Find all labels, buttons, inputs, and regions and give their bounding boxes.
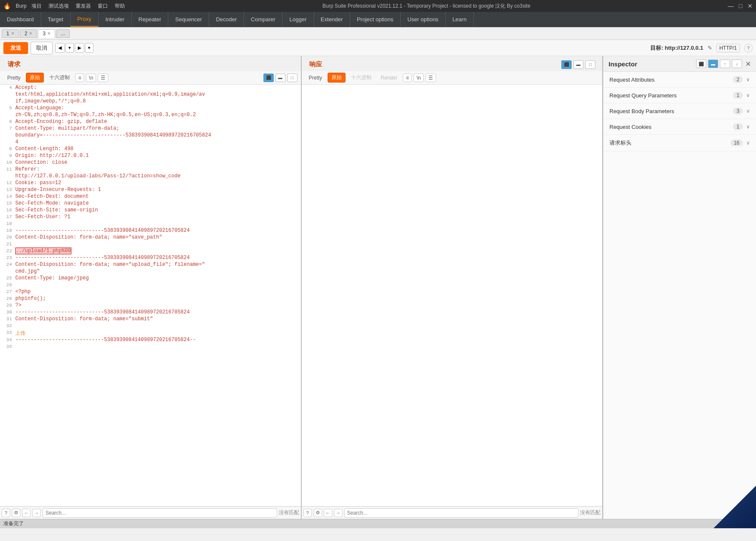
resp-icon-menu[interactable]: ☰ [425, 74, 436, 82]
resp-settings-icon[interactable]: ⚙ [314, 509, 322, 517]
code-line-23: 23 -----------------------------53839390… [0, 255, 301, 262]
code-line-4c: if,image/webp,*/*;q=0.8 [0, 98, 301, 105]
code-line-4: 4 Accept: [0, 85, 301, 91]
req-tab-hex[interactable]: 十六进制 [45, 73, 74, 83]
menu-help[interactable]: 帮助 [115, 3, 125, 10]
resp-icon-filter[interactable]: ≡ [403, 74, 412, 82]
response-code-area[interactable] [302, 85, 603, 506]
req-icon-newline[interactable]: \n [86, 74, 96, 82]
edit-target-icon[interactable]: ✎ [708, 45, 712, 51]
resp-bottom-section: ? ⚙ ← → 没有匹配 [302, 508, 603, 518]
menu-project[interactable]: 项目 [31, 3, 42, 10]
sub-tab-3[interactable]: 3 ✕ [38, 29, 55, 38]
inspector-count-cookies: 1 [733, 123, 743, 130]
close-tab-2[interactable]: ✕ [29, 31, 32, 36]
response-view-btns-top: ⬛ ▬ □ [561, 60, 595, 69]
inspector-sort-desc[interactable]: ↓ [732, 60, 742, 68]
resp-back-icon[interactable]: ← [324, 509, 332, 517]
nav-tab-decoder[interactable]: Decoder [209, 12, 244, 27]
code-line-4b: text/html,application/xhtml+xml,applicat… [0, 91, 301, 98]
sub-tab-2[interactable]: 2 ✕ [20, 29, 37, 38]
req-fwd-icon[interactable]: → [32, 509, 41, 517]
req-view-single[interactable]: ▬ [275, 74, 286, 82]
inspector-header: Inspector ⬛ ▬ ↑ ↓ ✕ [603, 56, 756, 72]
inspector-row-headers[interactable]: 请求标头 16 ∨ [603, 135, 756, 151]
nav-tab-learn[interactable]: Learn [446, 12, 474, 27]
req-back-icon[interactable]: ← [22, 509, 31, 517]
resp-view-split[interactable]: ⬛ [561, 60, 572, 69]
code-line-24: 24 Content-Disposition: form-data; name=… [0, 262, 301, 268]
req-view-split[interactable]: ⬛ [263, 74, 274, 82]
inspector-row-query-params[interactable]: Request Query Parameters 1 ∨ [603, 88, 756, 103]
req-view-full[interactable]: □ [287, 74, 297, 82]
help-button[interactable]: ? [744, 44, 753, 52]
req-settings-icon[interactable]: ⚙ [12, 509, 20, 517]
close-tab-3[interactable]: ✕ [47, 31, 51, 36]
inspector-sort-asc[interactable]: ↑ [720, 60, 730, 68]
nav-tab-logger[interactable]: Logger [283, 12, 314, 27]
inspector-view-list[interactable]: ▬ [708, 60, 718, 68]
nav-tab-dashboard[interactable]: Dashboard [0, 12, 41, 27]
resp-search-input[interactable] [344, 508, 579, 518]
inspector-label-request-attributes: Request Attributes [609, 77, 733, 83]
nav-tab-project-options[interactable]: Project options [350, 12, 401, 27]
send-button[interactable]: 发送 [3, 42, 28, 54]
nav-arrows: ◀ ▾ ▶ ▾ [55, 43, 93, 53]
req-icon-menu[interactable]: ☰ [98, 74, 108, 82]
title-bar-controls[interactable]: — □ ✕ [728, 3, 753, 9]
nav-tab-sequencer[interactable]: Sequencer [168, 12, 209, 27]
status-text: 准备完了 [3, 520, 24, 527]
resp-view-full[interactable]: □ [585, 60, 595, 69]
back-dropdown[interactable]: ▾ [65, 43, 74, 53]
resp-tab-pretty[interactable]: Pretty [305, 74, 326, 82]
resp-tab-hex: 十六进制 [347, 73, 375, 83]
resp-icon-newline[interactable]: \n [413, 74, 424, 82]
req-tab-raw[interactable]: 原始 [26, 73, 44, 83]
resp-tab-raw[interactable]: 原始 [328, 73, 345, 83]
code-line-17: 17 Sec-Fetch-User: ?1 [0, 214, 301, 221]
nav-tab-repeater[interactable]: Repeater [132, 12, 168, 27]
menu-repeater[interactable]: 重发器 [76, 3, 91, 10]
req-icon-filter[interactable]: ≡ [75, 74, 84, 82]
menu-window[interactable]: 窗口 [98, 3, 108, 10]
close-btn[interactable]: ✕ [748, 3, 753, 9]
inspector-row-body-params[interactable]: Request Body Parameters 3 ∨ [603, 103, 756, 119]
nav-tab-user-options[interactable]: User options [401, 12, 446, 27]
code-line-8: 8 Content-Length: 498 [0, 146, 301, 153]
minimize-btn[interactable]: — [728, 3, 734, 9]
chevron-body-params: ∨ [746, 108, 750, 114]
inspector-view-grid[interactable]: ⬛ [696, 60, 706, 68]
burp-logo: 🔥 [3, 3, 11, 9]
req-help-icon[interactable]: ? [2, 509, 10, 517]
code-line-20: 20 Content-Disposition: form-data; name=… [0, 234, 301, 241]
nav-tab-target[interactable]: Target [41, 12, 71, 27]
code-line-12: 12 Cookie: pass=12 [0, 180, 301, 187]
inspector-close-btn[interactable]: ✕ [745, 60, 751, 68]
inspector-row-cookies[interactable]: Request Cookies 1 ∨ [603, 119, 756, 135]
code-line-11: 11 Referer: [0, 166, 301, 173]
req-search-input[interactable] [42, 508, 277, 518]
menu-burp[interactable]: Burp [16, 3, 26, 9]
req-tab-pretty[interactable]: Pretty [3, 74, 24, 82]
inspector-label-query-params: Request Query Parameters [609, 92, 733, 99]
nav-tab-comparer[interactable]: Comparer [244, 12, 283, 27]
back-button[interactable]: ◀ [55, 43, 65, 53]
nav-tab-proxy[interactable]: Proxy [71, 12, 99, 27]
chevron-query-params: ∨ [746, 92, 750, 98]
forward-button[interactable]: ▶ [75, 43, 84, 53]
http-version[interactable]: HTTP/1 [716, 44, 740, 52]
sub-tab-1[interactable]: 1 ✕ [2, 29, 19, 38]
sub-tab-more[interactable]: ... [56, 29, 70, 38]
request-code-area[interactable]: 4 Accept: text/html,application/xhtml+xm… [0, 85, 301, 506]
forward-dropdown[interactable]: ▾ [85, 43, 93, 53]
resp-view-single[interactable]: ▬ [573, 60, 583, 69]
close-tab-1[interactable]: ✕ [11, 31, 14, 36]
nav-tab-intruder[interactable]: Intruder [99, 12, 132, 27]
resp-help-icon[interactable]: ? [303, 509, 312, 517]
maximize-btn[interactable]: □ [739, 3, 742, 9]
resp-fwd-icon[interactable]: → [334, 509, 343, 517]
inspector-row-request-attributes[interactable]: Request Attributes 2 ∨ [603, 72, 756, 88]
cancel-button[interactable]: 取消 [31, 42, 53, 54]
nav-tab-extender[interactable]: Extender [314, 12, 350, 27]
menu-test[interactable]: 测试选项 [48, 3, 69, 10]
